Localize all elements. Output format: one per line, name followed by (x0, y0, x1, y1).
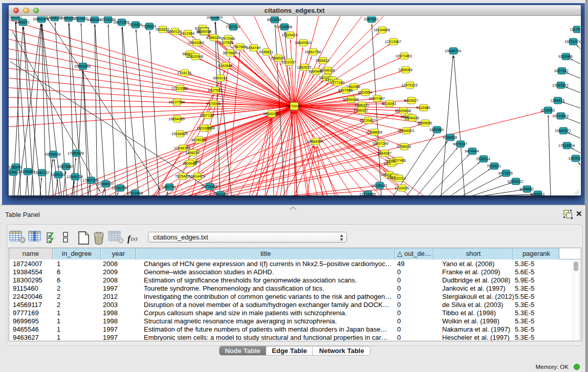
svg-text:10688609: 10688609 (366, 130, 382, 135)
svg-text:7357224: 7357224 (226, 25, 240, 29)
svg-text:16543392: 16543392 (188, 40, 204, 45)
svg-text:8186328: 8186328 (206, 35, 221, 40)
svg-text:7515526: 7515526 (128, 23, 142, 27)
svg-text:8471676: 8471676 (498, 171, 513, 176)
svg-text:16914479: 16914479 (189, 174, 205, 179)
svg-text:9242848: 9242848 (218, 63, 232, 68)
svg-text:1609948: 1609948 (182, 161, 197, 166)
svg-text:16671355: 16671355 (113, 20, 129, 25)
svg-text:6899695: 6899695 (418, 121, 432, 125)
svg-text:17957263: 17957263 (82, 178, 99, 183)
svg-text:3267130: 3267130 (200, 113, 214, 118)
svg-text:8186058: 8186058 (197, 29, 211, 34)
svg-text:1167534: 1167534 (568, 156, 580, 161)
svg-text:12923468: 12923468 (126, 191, 143, 195)
svg-text:9084067: 9084067 (377, 151, 391, 156)
svg-text:9329966: 9329966 (558, 54, 573, 59)
svg-text:17016504: 17016504 (558, 143, 575, 148)
svg-text:8938928: 8938928 (443, 135, 457, 140)
svg-text:20364436: 20364436 (342, 97, 359, 102)
svg-text:1931662: 1931662 (197, 126, 211, 130)
svg-text:9170061: 9170061 (206, 101, 221, 106)
svg-text:9132214: 9132214 (391, 176, 406, 181)
svg-text:10975887: 10975887 (57, 164, 74, 169)
svg-text:9660124: 9660124 (167, 29, 182, 34)
svg-text:9794028: 9794028 (320, 68, 335, 73)
svg-text:12213967: 12213967 (385, 39, 401, 44)
svg-text:18300295: 18300295 (263, 112, 279, 116)
svg-text:9115460: 9115460 (416, 105, 430, 110)
svg-text:3624554: 3624554 (358, 90, 372, 95)
svg-text:10807487: 10807487 (368, 96, 385, 101)
svg-text:16210643: 16210643 (552, 114, 569, 118)
svg-text:9245652: 9245652 (519, 187, 534, 191)
svg-text:19654985: 19654985 (168, 117, 185, 121)
svg-text:2803144: 2803144 (213, 76, 227, 80)
svg-text:8454749: 8454749 (246, 46, 260, 50)
svg-text:9474444: 9474444 (465, 149, 479, 154)
svg-text:7485063: 7485063 (398, 68, 412, 72)
svg-text:1405571: 1405571 (15, 20, 30, 25)
svg-text:10025438: 10025438 (395, 108, 411, 113)
svg-text:20053346: 20053346 (74, 64, 91, 69)
svg-text:19384554: 19384554 (307, 139, 323, 144)
svg-text:18807249: 18807249 (372, 141, 388, 146)
svg-text:17359928: 17359928 (68, 151, 84, 156)
svg-text:9756928: 9756928 (397, 144, 411, 149)
svg-text:1498222: 1498222 (185, 150, 200, 155)
svg-text:12213389: 12213389 (171, 86, 188, 91)
svg-text:7632621: 7632621 (487, 164, 501, 168)
svg-text:10973493: 10973493 (396, 54, 412, 58)
svg-text:12505135: 12505135 (67, 174, 83, 179)
svg-text:9227342: 9227342 (554, 69, 569, 73)
svg-text:10046768: 10046768 (174, 146, 190, 150)
svg-text:10648784: 10648784 (445, 49, 461, 53)
svg-text:(x): (x) (131, 235, 138, 242)
svg-text:2967608: 2967608 (232, 45, 247, 49)
svg-text:7625402: 7625402 (175, 174, 189, 179)
svg-text:1527602: 1527602 (73, 16, 88, 21)
svg-text:1244415: 1244415 (550, 98, 564, 103)
svg-text:13716485: 13716485 (359, 192, 376, 195)
svg-text:20206536: 20206536 (45, 152, 61, 157)
svg-text:12093872: 12093872 (552, 83, 569, 87)
svg-text:9463627: 9463627 (404, 98, 418, 103)
svg-text:15692971: 15692971 (555, 128, 571, 133)
svg-text:6879197: 6879197 (453, 142, 467, 146)
svg-text:15751074: 15751074 (564, 39, 580, 44)
svg-text:15720407: 15720407 (359, 118, 376, 123)
svg-text:6497568: 6497568 (338, 88, 353, 93)
svg-text:16782759: 16782759 (112, 186, 128, 190)
svg-text:8322037: 8322037 (281, 60, 296, 64)
svg-text:22420046: 22420046 (187, 54, 203, 59)
svg-text:1733426: 1733426 (395, 186, 409, 190)
svg-text:6216043: 6216043 (382, 101, 396, 106)
svg-text:7386322: 7386322 (354, 108, 368, 113)
svg-text:11325419: 11325419 (281, 33, 297, 37)
svg-text:3215953: 3215953 (540, 108, 555, 113)
svg-text:2087682: 2087682 (364, 17, 378, 21)
svg-text:2935114: 2935114 (476, 157, 490, 161)
svg-text:1117042: 1117042 (570, 27, 580, 32)
svg-text:7955812: 7955812 (315, 58, 330, 63)
svg-text:15716485: 15716485 (201, 184, 217, 189)
svg-text:12942737: 12942737 (33, 170, 50, 175)
svg-text:8813054: 8813054 (267, 17, 281, 22)
svg-text:7535524: 7535524 (142, 24, 156, 29)
svg-text:10654112: 10654112 (507, 179, 523, 184)
svg-text:3875685: 3875685 (223, 51, 237, 55)
svg-text:9457791: 9457791 (162, 185, 176, 189)
svg-text:16107554: 16107554 (168, 100, 185, 104)
svg-text:11156829: 11156829 (19, 169, 35, 174)
svg-text:2718176: 2718176 (177, 71, 191, 75)
svg-text:1292346: 1292346 (213, 192, 227, 195)
svg-text:3915812: 3915812 (9, 170, 20, 174)
svg-text:18640910: 18640910 (295, 40, 311, 45)
svg-text:12975115: 12975115 (401, 83, 417, 87)
svg-text:19654923: 19654923 (398, 128, 414, 133)
svg-text:9137466: 9137466 (391, 158, 406, 163)
svg-text:9245613: 9245613 (530, 192, 545, 195)
svg-text:1640954: 1640954 (429, 127, 444, 132)
svg-text:9327505: 9327505 (219, 40, 233, 45)
svg-text:9546426: 9546426 (405, 116, 419, 120)
